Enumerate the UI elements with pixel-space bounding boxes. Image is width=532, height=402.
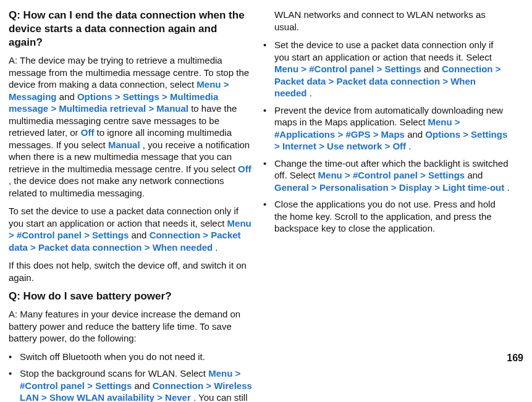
connection-link[interactable]: Connection (153, 380, 204, 391)
connection-link[interactable]: Connection (150, 230, 201, 240)
breadcrumb-chevron-icon: > (319, 141, 327, 151)
bullet-icon: • (9, 367, 20, 402)
list-item: • Close the applications you do not use.… (263, 198, 510, 235)
use-network-link[interactable]: Use network (327, 141, 382, 151)
breadcrumb-chevron-icon: > (274, 141, 282, 151)
breadcrumb-chevron-icon: > (338, 129, 346, 140)
options-link[interactable]: Options (77, 91, 112, 102)
left-column: Q: How can I end the data connection whe… (9, 9, 252, 393)
breadcrumb-chevron-icon: > (329, 76, 337, 86)
menu-link[interactable]: Menu (274, 64, 298, 74)
applications-link[interactable]: #Applications (274, 129, 335, 140)
internet-link[interactable]: Internet (282, 141, 316, 151)
control-panel-link[interactable]: #Control panel (17, 230, 82, 240)
manual-link[interactable]: Manual (156, 103, 188, 114)
breadcrumb-chevron-icon: > (206, 380, 214, 391)
bullet-text: Set the device to use a packet data conn… (274, 39, 510, 99)
display-link[interactable]: Display (399, 182, 432, 193)
off-link[interactable]: Off (392, 141, 406, 151)
bullet-icon: • (9, 351, 20, 363)
menu-link[interactable]: Menu (196, 79, 221, 90)
breadcrumb-chevron-icon: > (420, 170, 428, 180)
never-link[interactable]: Never (165, 392, 191, 402)
list-item: • Change the time-out after which the ba… (263, 157, 510, 194)
breadcrumb-chevron-icon: > (384, 141, 392, 151)
off-link[interactable]: Off (238, 164, 251, 174)
text: . (507, 182, 509, 193)
settings-link[interactable]: Settings (471, 129, 507, 140)
settings-link[interactable]: Settings (95, 380, 132, 391)
bullet-text: Close the applications you do not use. P… (274, 198, 510, 235)
breadcrumb-chevron-icon: > (235, 368, 241, 379)
answer-battery-intro: A: Many features in your device increase… (9, 308, 252, 345)
settings-link[interactable]: Settings (92, 230, 129, 240)
when-needed-link[interactable]: When needed (153, 242, 213, 253)
control-panel-link[interactable]: #Control panel (309, 64, 374, 74)
connection-link[interactable]: Connection (442, 64, 493, 74)
text: and (424, 64, 442, 74)
text: and (131, 230, 149, 240)
packet-data-connection-link[interactable]: Packet data connection (337, 76, 441, 86)
text: , the device does not make any network c… (9, 175, 224, 198)
breadcrumb-chevron-icon: > (162, 91, 170, 102)
menu-link[interactable]: Menu (428, 117, 452, 127)
options-link[interactable]: Options (425, 129, 460, 140)
bullet-icon: • (263, 198, 274, 235)
light-timeout-link[interactable]: Light time-out (442, 182, 504, 193)
breadcrumb-chevron-icon: > (434, 182, 442, 193)
manual-page: Q: How can I end the data connection whe… (0, 0, 532, 402)
bullet-icon: • (263, 157, 274, 194)
text: and (407, 129, 425, 140)
text: Set the device to use a packet data conn… (274, 40, 493, 62)
settings-link[interactable]: Settings (384, 64, 421, 74)
settings-link[interactable]: Settings (123, 91, 159, 102)
breadcrumb-chevron-icon: > (376, 64, 384, 74)
breadcrumb-chevron-icon: > (51, 103, 59, 114)
breadcrumb-chevron-icon: > (30, 242, 38, 253)
answer-data-connection-p2: To set the device to use a packet data c… (9, 205, 252, 253)
menu-link[interactable]: Menu (318, 170, 342, 180)
bullet-continuation: WLAN networks and connect to WLAN networ… (274, 9, 510, 33)
breadcrumb-chevron-icon: > (391, 182, 399, 193)
text: To set the device to use a packet data c… (9, 206, 239, 228)
breadcrumb-chevron-icon: > (455, 117, 460, 127)
gps-link[interactable]: #GPS (345, 129, 370, 140)
personalisation-link[interactable]: Personalisation (319, 182, 389, 193)
breadcrumb-chevron-icon: > (9, 230, 17, 240)
breadcrumb-chevron-icon: > (301, 64, 309, 74)
page-number: 169 (507, 352, 523, 365)
off-link[interactable]: Off (81, 127, 95, 138)
list-item: • Switch off Bluetooth when you do not n… (9, 351, 252, 363)
show-wlan-link[interactable]: Show WLAN availability (49, 392, 154, 402)
answer-data-connection-p1: A: The device may be trying to retrieve … (9, 54, 252, 199)
question-battery: Q: How do I save battery power? (9, 290, 252, 303)
manual-link[interactable]: Manual (108, 140, 140, 150)
settings-link[interactable]: Settings (428, 170, 465, 180)
breadcrumb-chevron-icon: > (41, 392, 49, 402)
bullet-text: Prevent the device from automatically do… (274, 104, 510, 153)
control-panel-link[interactable]: #Control panel (20, 380, 85, 391)
breadcrumb-chevron-icon: > (373, 129, 381, 140)
packet-data-connection-link[interactable]: Packet data connection (38, 242, 142, 253)
text: . (408, 141, 411, 151)
bullet-icon: • (263, 104, 274, 153)
text: and (467, 170, 483, 180)
list-item: • Stop the background scans for WLAN. Se… (9, 367, 252, 402)
answer-data-connection-p3: If this does not help, switch the device… (9, 259, 252, 283)
breadcrumb-chevron-icon: > (84, 230, 92, 240)
breadcrumb-chevron-icon: > (157, 392, 165, 402)
text: Prevent the device from automatically do… (274, 105, 503, 128)
multimedia-retrieval-link[interactable]: Multimedia retrieval (59, 103, 146, 114)
messaging-link[interactable]: Messaging (9, 91, 57, 102)
packet-data-link[interactable]: Packet data (274, 76, 326, 86)
control-panel-link[interactable]: #Control panel (353, 170, 418, 180)
breadcrumb-chevron-icon: > (442, 76, 450, 86)
bullet-icon: • (263, 39, 274, 99)
general-link[interactable]: General (274, 182, 309, 193)
text: . (310, 88, 312, 98)
breadcrumb-chevron-icon: > (311, 182, 319, 193)
menu-link[interactable]: Menu (227, 218, 251, 228)
menu-link[interactable]: Menu (208, 368, 232, 379)
maps-link[interactable]: Maps (381, 129, 405, 140)
bullet-text: Change the time-out after which the back… (274, 157, 510, 194)
